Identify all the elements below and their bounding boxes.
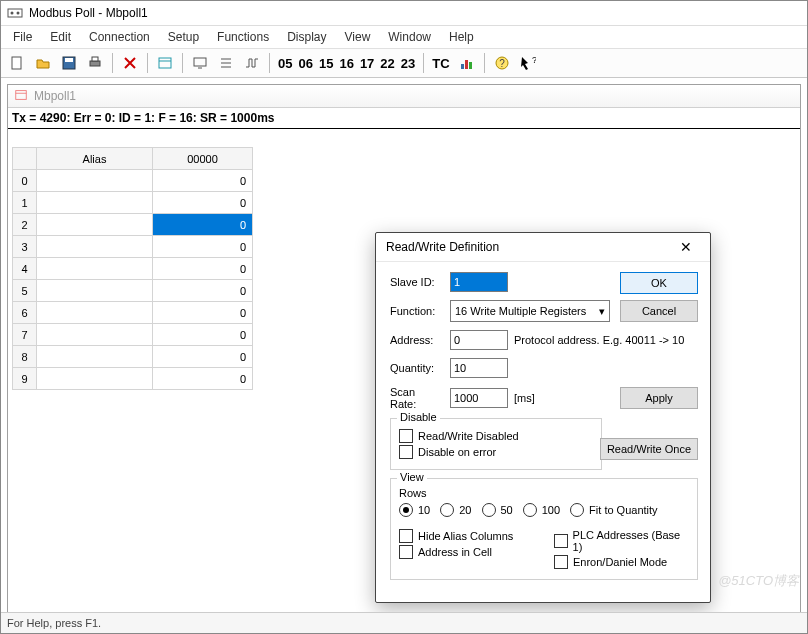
col-value[interactable]: 00000 bbox=[153, 148, 253, 170]
disable-on-error-checkbox[interactable]: Disable on error bbox=[399, 445, 593, 459]
cell-value[interactable]: 0 bbox=[153, 368, 253, 390]
toolbar-fn-15[interactable]: 15 bbox=[316, 56, 336, 71]
list-icon[interactable] bbox=[214, 51, 238, 75]
address-in-cell-checkbox[interactable]: Address in Cell bbox=[399, 545, 534, 559]
quantity-input[interactable] bbox=[450, 358, 508, 378]
plc-addresses-checkbox[interactable]: PLC Addresses (Base 1) bbox=[554, 529, 689, 553]
menu-edit[interactable]: Edit bbox=[42, 28, 79, 46]
menu-window[interactable]: Window bbox=[380, 28, 439, 46]
cell-alias[interactable] bbox=[37, 214, 153, 236]
ok-button[interactable]: OK bbox=[620, 272, 698, 294]
toolbar-tc[interactable]: TC bbox=[429, 56, 452, 71]
rows-radio-20[interactable]: 20 bbox=[440, 503, 471, 517]
cell-alias[interactable] bbox=[37, 236, 153, 258]
address-input[interactable] bbox=[450, 330, 508, 350]
toolbar-fn-05[interactable]: 05 bbox=[275, 56, 295, 71]
row-header[interactable]: 7 bbox=[13, 324, 37, 346]
cell-alias[interactable] bbox=[37, 368, 153, 390]
table-row[interactable]: 50 bbox=[13, 280, 253, 302]
enron-mode-checkbox[interactable]: Enron/Daniel Mode bbox=[554, 555, 689, 569]
table-row[interactable]: 70 bbox=[13, 324, 253, 346]
rows-radio-fit-to-quantity[interactable]: Fit to Quantity bbox=[570, 503, 657, 517]
table-row[interactable]: 00 bbox=[13, 170, 253, 192]
child-titlebar[interactable]: Mbpoll1 bbox=[8, 85, 800, 108]
cell-alias[interactable] bbox=[37, 302, 153, 324]
hide-alias-checkbox[interactable]: Hide Alias Columns bbox=[399, 529, 534, 543]
row-header[interactable]: 3 bbox=[13, 236, 37, 258]
chart-icon[interactable] bbox=[455, 51, 479, 75]
scanrate-input[interactable] bbox=[450, 388, 508, 408]
rw-disabled-checkbox[interactable]: Read/Write Disabled bbox=[399, 429, 593, 443]
toolbar-fn-06[interactable]: 06 bbox=[295, 56, 315, 71]
cell-value[interactable]: 0 bbox=[153, 324, 253, 346]
row-header[interactable]: 5 bbox=[13, 280, 37, 302]
cell-alias[interactable] bbox=[37, 280, 153, 302]
svg-text:?: ? bbox=[532, 55, 536, 65]
menu-setup[interactable]: Setup bbox=[160, 28, 207, 46]
cell-alias[interactable] bbox=[37, 324, 153, 346]
function-combo[interactable]: 16 Write Multiple Registers ▾ bbox=[450, 300, 610, 322]
row-header[interactable]: 6 bbox=[13, 302, 37, 324]
menu-display[interactable]: Display bbox=[279, 28, 334, 46]
menu-functions[interactable]: Functions bbox=[209, 28, 277, 46]
cell-value[interactable]: 0 bbox=[153, 346, 253, 368]
slave-id-input[interactable] bbox=[450, 272, 508, 292]
menu-help[interactable]: Help bbox=[441, 28, 482, 46]
toolbar-fn-17[interactable]: 17 bbox=[357, 56, 377, 71]
save-icon[interactable] bbox=[57, 51, 81, 75]
cell-alias[interactable] bbox=[37, 170, 153, 192]
table-row[interactable]: 80 bbox=[13, 346, 253, 368]
table-row[interactable]: 60 bbox=[13, 302, 253, 324]
cancel-button[interactable]: Cancel bbox=[620, 300, 698, 322]
cell-alias[interactable] bbox=[37, 346, 153, 368]
apply-button[interactable]: Apply bbox=[620, 387, 698, 409]
help-icon[interactable]: ? bbox=[490, 51, 514, 75]
cell-alias[interactable] bbox=[37, 258, 153, 280]
rows-radio-10[interactable]: 10 bbox=[399, 503, 430, 517]
cell-value[interactable]: 0 bbox=[153, 280, 253, 302]
table-row[interactable]: 40 bbox=[13, 258, 253, 280]
rw-definition-dialog: Read/Write Definition ✕ OK Cancel Slave … bbox=[375, 232, 711, 603]
new-icon[interactable] bbox=[5, 51, 29, 75]
table-row[interactable]: 20 bbox=[13, 214, 253, 236]
toolbar-fn-23[interactable]: 23 bbox=[398, 56, 418, 71]
watermark: @51CTO博客 bbox=[718, 572, 799, 590]
cell-alias[interactable] bbox=[37, 192, 153, 214]
toolbar-fn-22[interactable]: 22 bbox=[377, 56, 397, 71]
row-header[interactable]: 8 bbox=[13, 346, 37, 368]
cell-value[interactable]: 0 bbox=[153, 192, 253, 214]
rows-radio-100[interactable]: 100 bbox=[523, 503, 560, 517]
open-icon[interactable] bbox=[31, 51, 55, 75]
row-header[interactable]: 1 bbox=[13, 192, 37, 214]
menu-view[interactable]: View bbox=[337, 28, 379, 46]
row-header[interactable]: 9 bbox=[13, 368, 37, 390]
pulse-icon[interactable] bbox=[240, 51, 264, 75]
cell-value[interactable]: 0 bbox=[153, 214, 253, 236]
rw-once-button[interactable]: Read/Write Once bbox=[600, 438, 698, 460]
table-row[interactable]: 10 bbox=[13, 192, 253, 214]
table-row[interactable]: 30 bbox=[13, 236, 253, 258]
dialog-title: Read/Write Definition bbox=[386, 240, 499, 254]
svg-rect-6 bbox=[90, 61, 100, 66]
whatsthis-icon[interactable]: ? bbox=[516, 51, 540, 75]
cell-value[interactable]: 0 bbox=[153, 302, 253, 324]
delete-icon[interactable] bbox=[118, 51, 142, 75]
window-icon[interactable] bbox=[153, 51, 177, 75]
function-label: Function: bbox=[390, 305, 444, 317]
dialog-titlebar[interactable]: Read/Write Definition ✕ bbox=[376, 233, 710, 262]
cell-value[interactable]: 0 bbox=[153, 236, 253, 258]
menu-file[interactable]: File bbox=[5, 28, 40, 46]
row-header[interactable]: 0 bbox=[13, 170, 37, 192]
rows-radio-50[interactable]: 50 bbox=[482, 503, 513, 517]
monitor-icon[interactable] bbox=[188, 51, 212, 75]
menu-connection[interactable]: Connection bbox=[81, 28, 158, 46]
col-alias[interactable]: Alias bbox=[37, 148, 153, 170]
row-header[interactable]: 2 bbox=[13, 214, 37, 236]
cell-value[interactable]: 0 bbox=[153, 170, 253, 192]
print-icon[interactable] bbox=[83, 51, 107, 75]
toolbar-fn-16[interactable]: 16 bbox=[336, 56, 356, 71]
close-icon[interactable]: ✕ bbox=[672, 233, 700, 261]
row-header[interactable]: 4 bbox=[13, 258, 37, 280]
cell-value[interactable]: 0 bbox=[153, 258, 253, 280]
table-row[interactable]: 90 bbox=[13, 368, 253, 390]
